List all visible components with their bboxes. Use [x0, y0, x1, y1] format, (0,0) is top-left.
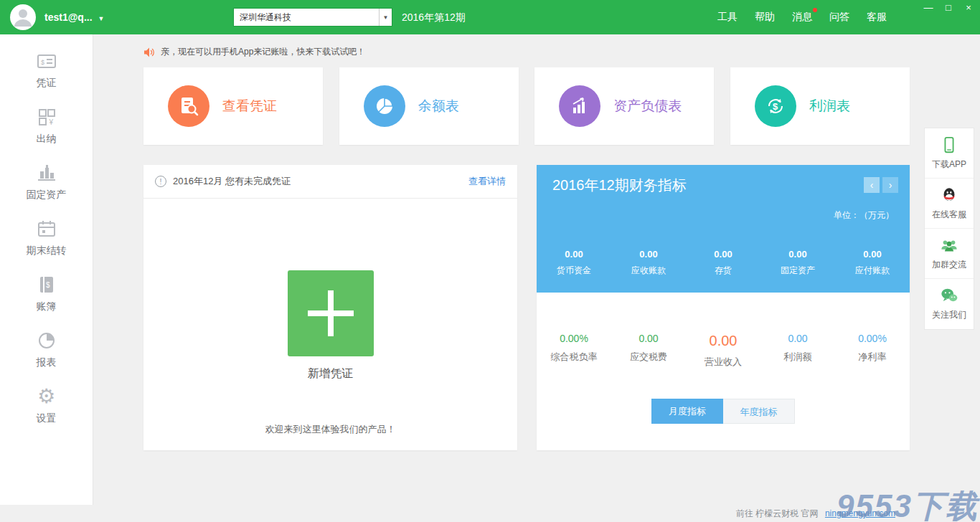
rail-item-label: 在线客服: [932, 209, 966, 221]
stat-inventory: 0.00存货: [686, 249, 760, 277]
blue-stats-row: 0.00货币资金 0.00应收账款 0.00存货 0.00固定资产 0.00应付…: [537, 249, 910, 277]
app-window: test1@q...▼ 深圳华通科技 ▼ 2016年第12期 工具 帮助 消息 …: [0, 0, 980, 522]
footer-site-link[interactable]: ningmengyun.com: [825, 508, 895, 518]
stat-taxes-payable: 0.00应交税费: [611, 333, 686, 369]
warning-icon: !: [155, 176, 166, 187]
company-select-value: 深圳华通科技: [234, 11, 379, 24]
footer-text: 前往 柠檬云财税 官网: [736, 508, 819, 518]
ledger-icon: $: [36, 274, 57, 295]
stat-payables: 0.00应付账款: [835, 249, 910, 277]
username-dropdown[interactable]: test1@q...▼: [44, 0, 104, 34]
finance-panel: 2016年12期财务指标 ‹ › 单位：（万元） 0.00货币资金 0.00应收…: [537, 165, 910, 450]
balance-pie-icon: [364, 85, 405, 127]
finance-panel-blue-section: 2016年12期财务指标 ‹ › 单位：（万元） 0.00货币资金 0.00应收…: [537, 165, 910, 293]
user-avatar[interactable]: [10, 4, 36, 30]
menu-qa[interactable]: 问答: [829, 11, 849, 24]
sidebar-item-settings[interactable]: ⚙ 设置: [0, 377, 93, 433]
add-voucher-button[interactable]: [288, 270, 374, 356]
company-select[interactable]: 深圳华通科技 ▼: [233, 8, 392, 27]
rail-follow-us[interactable]: 关注我们: [925, 279, 974, 329]
voucher-panel-body: 新增凭证 欢迎来到这里体验我们的产品！: [143, 199, 517, 436]
sidebar-item-reports[interactable]: 报表: [0, 321, 93, 377]
minimize-icon[interactable]: —: [923, 1, 934, 14]
chevron-down-icon: ▼: [98, 15, 105, 22]
card-label: 查看凭证: [222, 97, 277, 115]
card-profit-statement[interactable]: $ 利润表: [730, 67, 910, 145]
cashier-icon: ¥: [36, 106, 57, 128]
sidebar-item-label: 报表: [37, 356, 57, 369]
next-period-button[interactable]: ›: [882, 177, 898, 193]
tab-monthly-indicators[interactable]: 月度指标: [651, 399, 723, 424]
voucher-panel: ! 2016年12月 您有未完成凭证 查看详情 新增凭证 欢迎来到这里体验我们的…: [143, 165, 517, 450]
footer: 前往 柠檬云财税 官网 ningmengyun.com: [0, 505, 980, 522]
sidebar-item-label: 凭证: [37, 77, 57, 90]
sidebar-item-label: 固定资产: [27, 189, 67, 201]
app-promo-notice: 亲，现在可以用手机App来记账啦，快来下载试试吧！: [143, 46, 910, 58]
sidebar-item-fixed-assets[interactable]: 固定资产: [0, 153, 93, 209]
profit-cycle-icon: $: [755, 85, 796, 127]
main-content: 亲，现在可以用手机App来记账啦，快来下载试试吧！ 查看凭证 余额表: [93, 34, 980, 505]
sidebar-item-voucher[interactable]: $ 凭证: [0, 42, 93, 98]
sidebar-item-period-end[interactable]: 期末结转: [0, 209, 93, 265]
add-voucher-label: 新增凭证: [308, 366, 354, 381]
prev-period-button[interactable]: ‹: [864, 177, 880, 193]
sidebar-item-label: 期末结转: [27, 245, 67, 257]
card-label: 资产负债表: [613, 97, 682, 115]
stat-profit: 0.00利润额: [760, 333, 835, 369]
menu-tools[interactable]: 工具: [717, 11, 738, 24]
menu-help[interactable]: 帮助: [755, 11, 775, 24]
unfinished-voucher-text: 2016年12月 您有未完成凭证: [173, 175, 291, 188]
tab-yearly-indicators[interactable]: 年度指标: [723, 399, 795, 424]
report-shortcuts: 查看凭证 余额表 资产负债表 $: [143, 67, 910, 145]
welcome-text: 欢迎来到这里体验我们的产品！: [265, 423, 396, 436]
stat-net-margin: 0.00%净利率: [835, 333, 910, 369]
finance-panel-white-section: 0.00%综合税负率 0.00应交税费 0.00营业收入 0.00利润额 0.0…: [537, 293, 910, 450]
notification-dot: [813, 8, 817, 12]
gear-icon: ⚙: [36, 386, 57, 407]
select-arrow-icon: ▼: [379, 9, 392, 26]
menu-service[interactable]: 客服: [867, 11, 887, 24]
rail-join-group[interactable]: 加群交流: [925, 229, 974, 279]
close-icon[interactable]: ×: [963, 1, 974, 14]
voucher-icon: $: [36, 50, 57, 72]
sidebar-item-books[interactable]: $ 账簿: [0, 265, 93, 321]
fixed-assets-icon: [36, 162, 57, 184]
rail-item-label: 下载APP: [932, 158, 966, 171]
view-details-link[interactable]: 查看详情: [468, 175, 506, 188]
stat-operating-income: 0.00营业收入: [686, 333, 760, 369]
svg-text:¥: ¥: [48, 118, 53, 125]
maximize-icon[interactable]: □: [943, 1, 954, 14]
qq-icon: [940, 186, 958, 205]
topbar: test1@q...▼ 深圳华通科技 ▼ 2016年第12期 工具 帮助 消息 …: [0, 0, 980, 34]
rail-item-label: 关注我们: [932, 309, 966, 321]
wechat-icon: [940, 287, 958, 305]
stat-tax-burden-rate: 0.00%综合税负率: [537, 333, 611, 369]
sidebar: $ 凭证 ¥ 出纳 固定资产 期末结转 $ 账簿: [0, 34, 93, 505]
sidebar-item-cashier[interactable]: ¥ 出纳: [0, 98, 93, 153]
sidebar-item-label: 出纳: [37, 133, 57, 146]
svg-text:$: $: [41, 58, 44, 65]
svg-text:$: $: [773, 101, 778, 112]
indicator-tabs: 月度指标 年度指标: [537, 399, 910, 424]
top-menu: 工具 帮助 消息 问答 客服: [717, 0, 887, 34]
right-rail: 下载APP 在线客服 加群交流: [924, 128, 974, 330]
bar-chart-icon: [559, 85, 600, 127]
svg-text:$: $: [46, 281, 50, 289]
window-controls: — □ ×: [923, 1, 974, 14]
period-label: 2016年第12期: [402, 0, 466, 34]
rail-download-app[interactable]: 下载APP: [925, 128, 974, 179]
card-view-vouchers[interactable]: 查看凭证: [143, 67, 323, 145]
menu-messages[interactable]: 消息: [792, 11, 812, 24]
card-asset-liability[interactable]: 资产负债表: [534, 67, 714, 145]
card-balance-sheet[interactable]: 余额表: [339, 67, 519, 145]
card-label: 利润表: [809, 97, 850, 115]
card-label: 余额表: [418, 97, 459, 115]
phone-icon: [940, 136, 958, 155]
rail-online-service[interactable]: 在线客服: [925, 179, 974, 229]
menu-messages-label: 消息: [792, 11, 812, 22]
speaker-icon: [143, 47, 155, 57]
person-icon: [10, 4, 36, 30]
finance-panel-title: 2016年12期财务指标: [552, 176, 687, 195]
stat-receivables: 0.00应收账款: [611, 249, 686, 277]
calendar-icon: [36, 218, 57, 239]
